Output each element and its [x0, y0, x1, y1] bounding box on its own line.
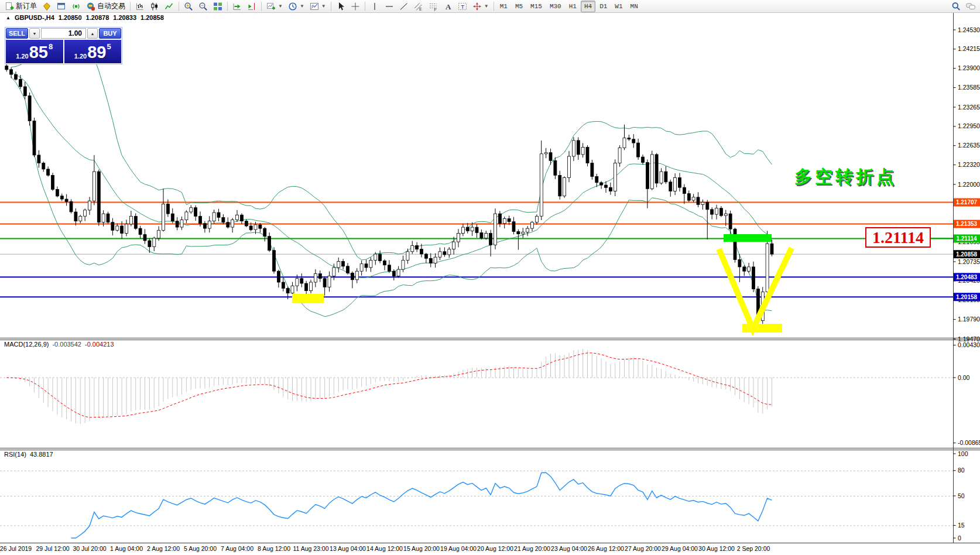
search-icon [951, 2, 961, 11]
candle-body [259, 225, 262, 228]
sell-price-display[interactable]: 1.20 85 8 [6, 40, 63, 63]
candle-body [213, 213, 215, 221]
candlestick-chart-button[interactable] [148, 0, 162, 13]
new-order-button[interactable]: 新订单 [2, 0, 39, 13]
candle-body [134, 216, 137, 228]
price-chart[interactable]: 1.245301.242151.239001.235851.232651.229… [0, 0, 980, 555]
timeframe-m5-button[interactable]: M5 [512, 1, 526, 12]
toolbar-separator [261, 2, 262, 11]
candle-body [572, 141, 575, 156]
candle-body [485, 234, 488, 238]
candle-body [277, 271, 280, 282]
candle-body [549, 153, 552, 161]
candle-body [411, 245, 414, 251]
profiles-dropdown[interactable]: ▼ [286, 0, 307, 13]
toolbar-separator [494, 2, 494, 11]
svg-text:1.23265: 1.23265 [958, 104, 980, 111]
candle-body [719, 208, 722, 216]
yellow-low-highlight[interactable] [292, 294, 324, 303]
volume-decrease-button[interactable]: ▼ [29, 28, 40, 39]
search-button[interactable] [949, 0, 963, 13]
yellow-base-highlight[interactable] [742, 324, 782, 333]
arrows-dropdown[interactable]: ▼ [470, 0, 491, 13]
trendline-button[interactable] [397, 0, 411, 13]
collapse-trade-panel-icon[interactable]: ▲ [6, 15, 11, 20]
buy-button[interactable]: BUY [99, 28, 121, 39]
signals-button[interactable] [69, 0, 83, 13]
green-resistance-highlight[interactable] [724, 234, 772, 242]
candle-body [52, 175, 54, 189]
candle-body [342, 262, 345, 266]
candle-body [310, 282, 313, 291]
quote-bar: ▲ GBPUSD-,H4 1.20850 1.20878 1.20833 1.2… [6, 14, 164, 21]
buy-price-big: 89 [87, 42, 106, 63]
newchart-icon [266, 2, 276, 11]
candle-body [129, 216, 132, 224]
candle-body [669, 182, 672, 191]
zoom-out-button[interactable] [196, 0, 210, 13]
market-watch-button[interactable] [40, 0, 54, 13]
text-label-button[interactable]: T [455, 0, 470, 13]
sell-price-prefix: 1.20 [16, 53, 28, 60]
timeframe-h1-button[interactable]: H1 [566, 1, 580, 12]
svg-text:8 Aug 12:00: 8 Aug 12:00 [258, 545, 290, 552]
candle-body [97, 172, 100, 222]
price-callout-box[interactable]: 1.21114 [865, 227, 931, 248]
candle-body [766, 244, 769, 292]
timeframe-w1-button[interactable]: W1 [611, 1, 626, 12]
sell-button[interactable]: SELL [6, 28, 28, 39]
data-window-button[interactable] [54, 0, 68, 13]
auto-trading-button[interactable]: 自动交易 [84, 0, 128, 13]
zoomout-icon [198, 2, 208, 11]
timeframe-m30-button[interactable]: M30 [546, 1, 565, 12]
new-chart-dropdown[interactable]: ▼ [264, 0, 285, 13]
quote-close: 1.20858 [141, 14, 164, 21]
timeframe-d1-button[interactable]: D1 [596, 1, 611, 12]
clock-icon [288, 2, 297, 11]
chart-shift-button[interactable] [245, 0, 259, 13]
zoom-in-button[interactable] [181, 0, 196, 13]
candle-body [347, 266, 349, 273]
candle-body [498, 214, 501, 224]
equidistant-channel-button[interactable]: E [412, 0, 426, 13]
volume-increase-button[interactable]: ▲ [87, 28, 98, 39]
turning-point-annotation[interactable]: 多空转折点 [794, 165, 897, 189]
timeframe-m1-button[interactable]: M1 [496, 1, 511, 12]
tile-windows-button[interactable] [211, 0, 225, 13]
svg-text:2 Sep 20:00: 2 Sep 20:00 [737, 545, 770, 552]
candle-body [646, 162, 649, 189]
fibonacci-button[interactable]: F [426, 0, 440, 13]
horizontal-line-button[interactable] [382, 0, 396, 13]
buy-price-display[interactable]: 1.20 89 5 [64, 40, 122, 63]
candle-body [568, 156, 571, 178]
candle-body [650, 155, 653, 189]
candle-body [623, 138, 626, 148]
auto-scroll-button[interactable] [230, 0, 244, 13]
svg-text:21 Aug 20:00: 21 Aug 20:00 [514, 545, 550, 552]
candle-body [738, 259, 741, 267]
volume-input[interactable] [41, 28, 86, 39]
macd-value-signal: -0.004213 [85, 341, 114, 348]
text-button[interactable]: A [441, 0, 455, 13]
candle-body [637, 143, 640, 157]
cursor-button[interactable] [334, 0, 348, 13]
candle-body [443, 252, 446, 255]
timeframe-h4-button[interactable]: H4 [581, 1, 595, 12]
candle-body [563, 178, 566, 196]
bar-chart-button[interactable] [133, 0, 147, 13]
candle-body [263, 228, 266, 237]
candle-body [697, 197, 700, 205]
toolbar-separator [331, 2, 331, 11]
timeframe-mn-button[interactable]: MN [627, 1, 642, 12]
crosshair-button[interactable] [348, 0, 362, 13]
templates-dropdown[interactable]: ▼ [307, 0, 328, 13]
line-chart-button[interactable] [162, 0, 176, 13]
vertical-line-button[interactable] [368, 0, 382, 13]
chevron-down-icon: ▼ [300, 4, 304, 9]
zoomin-icon [184, 2, 193, 11]
quote-high: 1.20878 [86, 14, 109, 21]
crosshair-icon [351, 2, 360, 11]
candle-body [102, 214, 105, 222]
chat-button[interactable] [964, 0, 978, 13]
timeframe-m15-button[interactable]: M15 [527, 1, 546, 12]
